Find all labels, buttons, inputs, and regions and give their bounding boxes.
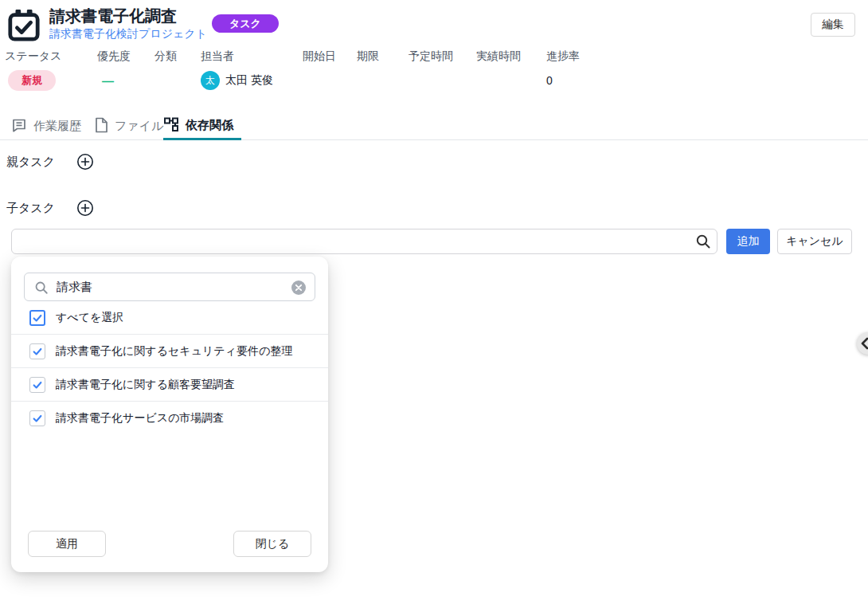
tab-label: 依存関係 — [186, 118, 233, 133]
task-checkbox[interactable] — [29, 343, 45, 359]
actual-time-label: 実績時間 — [476, 49, 546, 64]
meta-progress: 進捗率 0 — [546, 49, 602, 91]
edit-button[interactable]: 編集 — [811, 13, 855, 37]
meta-category: 分類 — [154, 49, 201, 91]
picker-search-box — [24, 273, 315, 301]
meta-status: ステータス 新規 — [5, 49, 97, 91]
task-checkbox[interactable] — [29, 410, 45, 426]
status-badge: 新規 — [8, 70, 56, 91]
priority-label: 優先度 — [97, 49, 154, 64]
assignee-label: 担当者 — [201, 49, 303, 64]
tab-work-history[interactable]: 作業履歴 — [11, 112, 81, 140]
task-picker-panel: すべてを選択 請求書電子化に関するセキュリティ要件の整理 請求書電子化に関する顧… — [11, 257, 328, 572]
meta-due-date: 期限 — [357, 49, 409, 91]
page-title: 請求書電子化調査 — [49, 6, 177, 27]
progress-value: 0 — [546, 74, 553, 87]
clear-search-icon[interactable] — [291, 280, 307, 296]
child-task-label: 子タスク — [6, 201, 55, 216]
apply-button[interactable]: 適用 — [28, 531, 106, 557]
task-type-badge: タスク — [212, 14, 279, 33]
picker-list: すべてを選択 請求書電子化に関するセキュリティ要件の整理 請求書電子化に関する顧… — [11, 301, 328, 435]
file-icon — [94, 117, 108, 135]
task-meta-row: ステータス 新規 優先度 — 分類 担当者 太 太田 英俊 開始日 期限 予定時… — [5, 49, 868, 91]
task-option-label: 請求書電子化に関するセキュリティ要件の整理 — [56, 344, 292, 359]
dependency-tree-icon — [163, 116, 179, 135]
tab-dependencies[interactable]: 依存関係 — [163, 112, 241, 140]
meta-assignee: 担当者 太 太田 英俊 — [201, 49, 303, 91]
select-all-label: すべてを選択 — [56, 311, 123, 325]
meta-priority: 優先度 — — [97, 49, 154, 91]
parent-task-label: 親タスク — [6, 155, 55, 170]
task-option-row[interactable]: 請求書電子化に関するセキュリティ要件の整理 — [11, 335, 328, 368]
picker-search-input[interactable] — [57, 273, 280, 300]
assignee-avatar: 太 — [201, 71, 220, 90]
search-icon[interactable] — [695, 233, 711, 249]
task-option-row[interactable]: 請求書電子化サービスの市場調査 — [11, 402, 328, 435]
task-option-label: 請求書電子化サービスの市場調査 — [56, 411, 224, 426]
add-button[interactable]: 追加 — [726, 229, 770, 254]
meta-actual-time: 実績時間 — [476, 49, 546, 91]
cancel-button[interactable]: キャンセル — [777, 229, 852, 254]
tab-label: ファイル — [115, 119, 163, 134]
due-date-label: 期限 — [357, 49, 409, 64]
select-all-checkbox[interactable] — [29, 310, 45, 326]
assignee-name: 太田 英俊 — [225, 73, 273, 88]
side-panel-expand-handle[interactable] — [857, 332, 868, 355]
task-option-row[interactable]: 請求書電子化に関する顧客要望調査 — [11, 368, 328, 402]
close-button[interactable]: 閉じる — [233, 531, 311, 557]
select-all-row[interactable]: すべてを選択 — [11, 301, 328, 335]
add-child-task-button[interactable] — [76, 199, 94, 217]
planned-time-label: 予定時間 — [409, 49, 476, 64]
status-label: ステータス — [5, 49, 97, 64]
chevron-left-icon — [860, 337, 868, 350]
task-check-icon — [7, 9, 41, 42]
meta-planned-time: 予定時間 — [409, 49, 476, 91]
task-checkbox[interactable] — [29, 377, 45, 393]
search-icon — [34, 280, 49, 295]
progress-label: 進捗率 — [546, 49, 602, 64]
tab-bar: 作業履歴 ファイル 依存関係 — [0, 112, 868, 140]
start-date-label: 開始日 — [303, 49, 357, 64]
add-parent-task-button[interactable] — [76, 153, 94, 171]
child-task-search-input[interactable] — [11, 229, 717, 254]
tab-files[interactable]: ファイル — [94, 112, 163, 140]
tab-label: 作業履歴 — [33, 119, 81, 134]
category-label: 分類 — [154, 49, 201, 64]
project-link[interactable]: 請求書電子化検討プロジェクト — [49, 27, 207, 41]
priority-value: — — [102, 74, 113, 88]
comment-icon — [11, 117, 27, 135]
meta-start-date: 開始日 — [303, 49, 357, 91]
task-detail-page: 請求書電子化調査 請求書電子化検討プロジェクト タスク 編集 ステータス 新規 … — [0, 0, 868, 608]
task-option-label: 請求書電子化に関する顧客要望調査 — [56, 378, 235, 392]
